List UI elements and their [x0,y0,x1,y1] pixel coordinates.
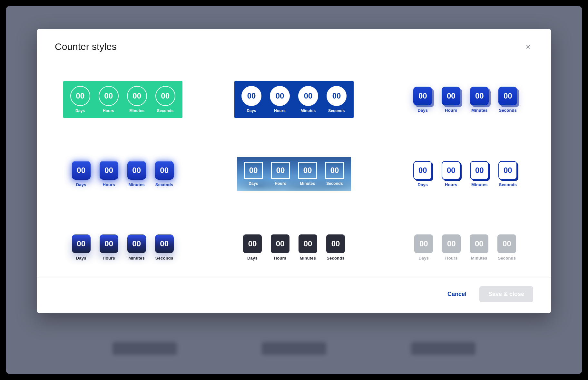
counter-unit: 00Minutes [298,162,317,186]
counter-unit: 00Days [241,86,261,113]
styles-grid: 00Days00Hours00Minutes00Seconds00Days00H… [37,55,551,278]
counter-unit-label: Days [243,256,262,261]
counter-value: 00 [249,166,258,175]
counter-style-grey-muted[interactable]: 00Days00Hours00Minutes00Seconds [408,230,522,265]
counter-value: 00 [330,166,339,175]
counter-value-tile: 00 [100,161,118,180]
counter-unit-label: Minutes [298,109,318,113]
counter-unit: 00Days [72,161,91,187]
counter-style-blue-dark-gradient[interactable]: 00Days00Hours00Minutes00Seconds [66,230,180,265]
counter-unit: 00Minutes [470,234,488,261]
counter-unit: 00Days [413,161,432,187]
counter-value-tile: 00 [271,162,290,179]
counter-value: 00 [160,239,169,248]
counter-unit: 00Seconds [325,162,344,186]
counter-unit: 00Seconds [155,86,175,113]
counter-unit-label: Seconds [155,109,175,113]
counter-value: 00 [132,166,141,175]
counter-value-tile: 00 [413,161,432,180]
counter-unit: 00Minutes [298,86,318,113]
counter-value: 00 [419,239,428,248]
background-blurred-content [6,342,582,355]
counter-style-mountain-outline-square[interactable]: 00Days00Hours00Minutes00Seconds [237,157,351,191]
counter-unit-label: Days [244,181,263,186]
counter-value-tile: 00 [442,161,460,180]
counter-unit-label: Hours [271,181,290,186]
counter-unit-label: Days [72,182,91,187]
counter-value: 00 [104,239,113,248]
counter-value: 00 [504,166,512,175]
counter-style-charcoal-flat[interactable]: 00Days00Hours00Minutes00Seconds [237,230,351,265]
counter-unit: 00Seconds [498,161,517,187]
counter-unit-label: Minutes [127,109,147,113]
counter-value: 00 [132,239,141,248]
counter-unit: 00Minutes [127,234,146,261]
counter-style-green-circle-outline[interactable]: 00Days00Hours00Minutes00Seconds [63,81,182,118]
counter-value: 00 [303,166,312,175]
counter-value-tile: 00 [127,161,146,180]
counter-unit-label: Minutes [470,108,489,113]
counter-style-blue-glow-button[interactable]: 00Days00Hours00Minutes00Seconds [66,157,180,192]
modal-title: Counter styles [55,41,117,52]
counter-value: 00 [247,91,256,100]
counter-value-tile: 00 [470,234,488,253]
counter-style-blue-panel-white-circle[interactable]: 00Days00Hours00Minutes00Seconds [234,81,354,118]
counter-unit-label: Seconds [498,108,517,113]
counter-style-white-blue-outline[interactable]: 00Days00Hours00Minutes00Seconds [407,157,523,192]
counter-unit-label: Days [414,256,433,261]
counter-unit-label: Minutes [470,182,489,187]
modal-footer: Cancel Save & close [37,278,551,313]
counter-value: 00 [503,239,511,248]
counter-unit: 00Minutes [127,86,147,113]
counter-unit: 00Days [244,162,263,186]
modal-header: Counter styles × [37,29,551,55]
counter-value-tile: 00 [155,161,174,180]
counter-unit: 00Minutes [470,87,489,113]
counter-unit-label: Hours [442,182,460,187]
counter-value: 00 [304,239,312,248]
counter-value-tile: 00 [127,86,147,106]
counter-unit-label: Seconds [498,182,517,187]
counter-value-tile: 00 [72,234,91,253]
counter-value: 00 [447,91,456,100]
counter-unit: 00Hours [100,161,118,187]
counter-value-tile: 00 [325,162,344,179]
counter-unit-label: Seconds [325,181,344,186]
counter-unit: 00Seconds [498,87,517,113]
counter-unit: 00Minutes [127,161,146,187]
counter-unit-label: Hours [100,256,118,261]
counter-unit-label: Seconds [497,256,516,261]
counter-value: 00 [77,166,85,175]
counter-value-tile: 00 [298,86,318,106]
counter-unit-label: Days [72,256,91,261]
counter-style-blue-3d-button[interactable]: 00Days00Hours00Minutes00Seconds [407,82,523,117]
counter-value: 00 [504,91,512,100]
counter-unit-label: Days [413,182,432,187]
counter-unit-label: Seconds [155,182,174,187]
counter-unit: 00Days [72,234,91,261]
counter-unit: 00Minutes [299,234,317,261]
counter-unit-label: Minutes [298,181,317,186]
counter-unit-label: Minutes [299,256,317,261]
counter-value: 00 [248,239,257,248]
counter-value-tile: 00 [414,234,433,253]
counter-unit: 00Hours [270,86,290,113]
cancel-button[interactable]: Cancel [444,288,470,301]
counter-value-tile: 00 [470,87,489,105]
counter-unit-label: Minutes [470,256,488,261]
save-close-button[interactable]: Save & close [479,286,533,302]
counter-unit: 00Minutes [470,161,489,187]
counter-unit-label: Seconds [326,256,345,261]
counter-styles-modal: Counter styles × 00Days00Hours00Minutes0… [37,29,551,313]
counter-unit: 00Hours [442,234,461,261]
counter-unit: 00Seconds [497,234,516,261]
counter-value: 00 [77,239,85,248]
counter-unit-label: Hours [100,182,118,187]
counter-unit: 00Days [413,87,432,113]
close-icon[interactable]: × [523,41,533,52]
counter-value-tile: 00 [497,234,516,253]
counter-value-tile: 00 [241,86,261,106]
counter-value: 00 [276,239,285,248]
counter-value: 00 [161,91,170,100]
counter-unit-label: Hours [271,256,289,261]
